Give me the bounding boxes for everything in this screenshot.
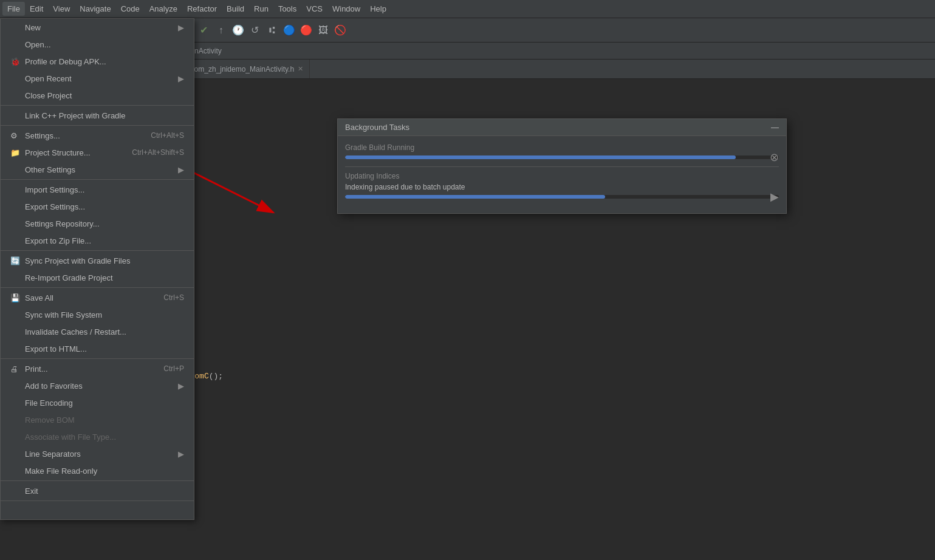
git-ext3-icon[interactable]: 🖼	[316, 23, 331, 38]
indices-task-label: Updating Indices	[345, 172, 779, 180]
gradle-task-section: Gradle Build Running ⊗	[345, 143, 779, 159]
menu-item-associate-file: Associate with File Type...	[1, 428, 194, 445]
menu-item-settings-label: Settings...	[25, 131, 60, 140]
indices-progress-bar	[345, 195, 779, 199]
menu-item-reimport-gradle[interactable]: Re-Import Gradle Project	[1, 269, 194, 286]
menu-run[interactable]: Run	[249, 2, 273, 16]
menu-build[interactable]: Build	[222, 2, 249, 16]
menu-refactor[interactable]: Refactor	[182, 2, 222, 16]
settings-shortcut: Ctrl+Alt+S	[151, 131, 184, 140]
git-history-icon[interactable]: 🕐	[231, 23, 245, 38]
separator-4	[1, 250, 194, 251]
save-all-icon: 💾	[10, 293, 22, 302]
git-ext1-icon[interactable]: 🔵	[282, 23, 296, 38]
menu-item-print[interactable]: 🖨 Print... Ctrl+P	[1, 360, 194, 377]
separator-2	[1, 125, 194, 126]
indices-task-section: Updating Indices Indexing paused due to …	[345, 172, 779, 199]
menu-item-close-project[interactable]: Close Project	[1, 87, 194, 104]
separator-8	[1, 500, 194, 501]
menu-item-new[interactable]: New ▶	[1, 19, 194, 36]
menu-item-save-all[interactable]: 💾 Save All Ctrl+S	[1, 289, 194, 306]
project-structure-icon: 📁	[10, 148, 22, 157]
menu-file[interactable]: File	[2, 2, 25, 16]
menu-item-open-recent-label: Open Recent	[25, 74, 72, 83]
gradle-progress-container: ⊗	[345, 155, 779, 159]
git-status-icon[interactable]: ✔	[197, 23, 211, 38]
menu-item-close-project-label: Close Project	[25, 91, 72, 100]
bg-tasks-body: Gradle Build Running ⊗ Updating Indices …	[338, 136, 786, 213]
menu-item-line-sep-label: Line Separators	[25, 449, 81, 459]
menu-item-export-html[interactable]: Export to HTML...	[1, 340, 194, 357]
gradle-cancel-button[interactable]: ⊗	[770, 151, 779, 164]
debug-icon: 🐞	[10, 57, 22, 66]
menu-item-invalidate[interactable]: Invalidate Caches / Restart...	[1, 323, 194, 340]
git-revert-icon[interactable]: ↺	[248, 23, 262, 38]
gradle-progress-fill	[345, 155, 736, 159]
menu-edit[interactable]: Edit	[25, 2, 48, 16]
menu-item-settings[interactable]: ⚙ Settings... Ctrl+Alt+S	[1, 127, 194, 144]
print-shortcut: Ctrl+P	[163, 364, 184, 373]
menu-item-power-save[interactable]: Exit	[1, 482, 194, 499]
git-branch-icon[interactable]: ⑆	[265, 23, 279, 38]
menu-item-profile-debug[interactable]: 🐞 Profile or Debug APK...	[1, 53, 194, 70]
menu-code[interactable]: Code	[116, 2, 145, 16]
separator-1	[1, 105, 194, 106]
menu-item-sync-gradle[interactable]: 🔄 Sync Project with Gradle Files	[1, 252, 194, 269]
tasks-separator	[345, 166, 779, 167]
menu-item-project-structure[interactable]: 📁 Project Structure... Ctrl+Alt+Shift+S	[1, 144, 194, 161]
menu-item-sync-fs-label: Sync with File System	[25, 310, 102, 319]
menu-item-export-zip[interactable]: Export to Zip File...	[1, 232, 194, 249]
other-settings-arrow-icon: ▶	[178, 165, 184, 174]
menu-vcs[interactable]: VCS	[301, 2, 327, 16]
project-structure-shortcut: Ctrl+Alt+Shift+S	[132, 148, 184, 157]
sync-gradle-icon: 🔄	[10, 256, 22, 265]
menu-navigate[interactable]: Navigate	[75, 2, 115, 16]
menu-item-remove-bom: Remove BOM	[1, 411, 194, 428]
git-ext2-icon[interactable]: 🔴	[299, 23, 313, 38]
menu-item-project-structure-label: Project Structure...	[25, 148, 91, 157]
menu-item-link-cpp-label: Link C++ Project with Gradle	[25, 111, 125, 120]
menu-item-export-settings[interactable]: Export Settings...	[1, 198, 194, 215]
gradle-progress-bar	[345, 155, 779, 159]
indices-task-desc: Indexing paused due to batch update	[345, 183, 779, 191]
menu-item-invalidate-label: Invalidate Caches / Restart...	[25, 327, 126, 336]
menu-item-settings-repo[interactable]: Settings Repository...	[1, 215, 194, 232]
menu-item-sync-fs[interactable]: Sync with File System	[1, 306, 194, 323]
menu-item-line-sep[interactable]: Line Separators ▶	[1, 445, 194, 462]
settings-icon: ⚙	[10, 131, 22, 140]
menu-item-import-settings[interactable]: Import Settings...	[1, 181, 194, 198]
print-icon: 🖨	[10, 364, 22, 374]
menu-item-other-settings-label: Other Settings	[25, 165, 75, 174]
separator-5	[1, 287, 194, 288]
menu-item-exit[interactable]	[1, 502, 194, 519]
indices-run-button[interactable]: ▶	[770, 190, 779, 203]
menu-analyze[interactable]: Analyze	[145, 2, 182, 16]
menu-item-file-encoding[interactable]: File Encoding	[1, 394, 194, 411]
tab-test-h-close[interactable]: ✕	[298, 65, 303, 73]
menu-window[interactable]: Window	[327, 2, 365, 16]
menu-item-import-settings-label: Import Settings...	[25, 185, 84, 194]
menu-item-make-readonly[interactable]: Make File Read-only	[1, 462, 194, 479]
separator-3	[1, 179, 194, 180]
menu-item-profile-debug-label: Profile or Debug APK...	[25, 57, 106, 66]
menu-item-other-settings[interactable]: Other Settings ▶	[1, 161, 194, 178]
bg-tasks-title: Background Tasks	[345, 123, 409, 132]
menu-item-add-favorites[interactable]: Add to Favorites ▶	[1, 377, 194, 394]
menu-item-open-recent[interactable]: Open Recent ▶	[1, 70, 194, 87]
menu-item-link-cpp[interactable]: Link C++ Project with Gradle	[1, 107, 194, 124]
menu-tools[interactable]: Tools	[273, 2, 301, 16]
git-ext4-icon[interactable]: 🚫	[333, 23, 348, 38]
menu-item-remove-bom-label: Remove BOM	[25, 415, 75, 425]
menu-item-export-html-label: Export to HTML...	[25, 344, 87, 353]
gradle-task-label: Gradle Build Running	[345, 143, 779, 152]
line-sep-arrow-icon: ▶	[178, 449, 184, 459]
save-all-shortcut: Ctrl+S	[163, 293, 184, 302]
bg-tasks-minimize[interactable]: —	[771, 123, 779, 132]
menu-view[interactable]: View	[48, 2, 75, 16]
menu-help[interactable]: Help	[365, 2, 391, 16]
menu-item-add-favorites-label: Add to Favorites	[25, 381, 83, 391]
menu-item-file-encoding-label: File Encoding	[25, 398, 73, 408]
git-push-icon[interactable]: ↑	[214, 23, 228, 38]
menu-item-open[interactable]: Open...	[1, 36, 194, 53]
add-favorites-arrow-icon: ▶	[178, 381, 184, 391]
